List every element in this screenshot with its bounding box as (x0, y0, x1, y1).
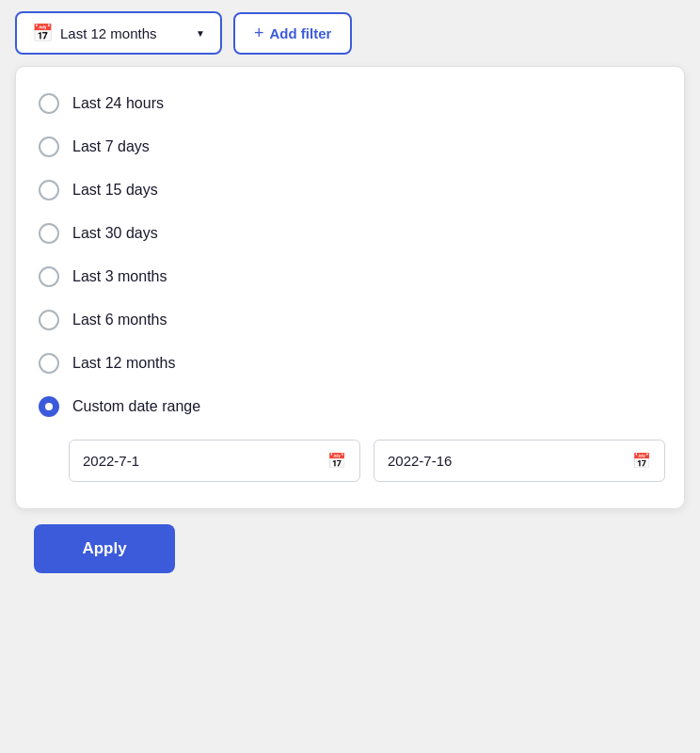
radio-last-3-months[interactable] (39, 266, 59, 287)
label-last-15-days: Last 15 days (72, 182, 158, 199)
label-last-30-days: Last 30 days (72, 225, 158, 242)
start-date-calendar-icon: 📅 (327, 452, 346, 470)
option-last-7-days[interactable]: Last 7 days (35, 125, 665, 168)
label-last-3-months: Last 3 months (72, 268, 167, 285)
option-last-15-days[interactable]: Last 15 days (35, 168, 665, 212)
option-last-3-months[interactable]: Last 3 months (35, 255, 665, 298)
apply-button[interactable]: Apply (34, 524, 175, 573)
date-inputs: 2022-7-1 📅 2022-7-16 📅 (69, 436, 665, 493)
date-filter-button[interactable]: 📅 Last 12 months ▼ (15, 11, 222, 55)
option-last-30-days[interactable]: Last 30 days (35, 212, 665, 255)
add-filter-button[interactable]: + Add filter (233, 12, 352, 55)
option-last-24-hours[interactable]: Last 24 hours (35, 82, 665, 125)
top-bar: 📅 Last 12 months ▼ + Add filter (0, 0, 700, 66)
label-custom-date-range: Custom date range (72, 398, 200, 415)
end-date-input[interactable]: 2022-7-16 📅 (374, 440, 665, 482)
start-date-input[interactable]: 2022-7-1 📅 (69, 440, 360, 482)
plus-icon: + (254, 24, 264, 43)
radio-custom-date-range[interactable] (39, 396, 59, 417)
option-last-6-months[interactable]: Last 6 months (35, 298, 665, 342)
calendar-icon: 📅 (32, 23, 53, 43)
start-date-value: 2022-7-1 (83, 453, 139, 469)
radio-last-12-months[interactable] (39, 353, 59, 374)
radio-last-15-days[interactable] (39, 180, 59, 200)
radio-last-30-days[interactable] (39, 223, 59, 244)
option-custom-date-range[interactable]: Custom date range (35, 385, 665, 428)
label-last-12-months: Last 12 months (72, 355, 175, 372)
label-last-6-months: Last 6 months (72, 312, 167, 328)
dropdown-panel: Last 24 hours Last 7 days Last 15 days L… (15, 66, 685, 509)
add-filter-label: Add filter (270, 25, 332, 41)
radio-last-24-hours[interactable] (39, 93, 59, 114)
radio-last-6-months[interactable] (39, 310, 59, 330)
end-date-value: 2022-7-16 (388, 453, 452, 469)
apply-section: Apply (15, 509, 685, 581)
end-date-calendar-icon: 📅 (632, 452, 651, 470)
chevron-down-icon: ▼ (196, 28, 205, 39)
label-last-7-days: Last 7 days (72, 138, 150, 155)
date-filter-label: Last 12 months (60, 25, 188, 41)
main-container: 📅 Last 12 months ▼ + Add filter Last 24 … (0, 0, 700, 581)
radio-last-7-days[interactable] (39, 136, 59, 157)
label-last-24-hours: Last 24 hours (72, 95, 164, 112)
option-last-12-months[interactable]: Last 12 months (35, 342, 665, 385)
